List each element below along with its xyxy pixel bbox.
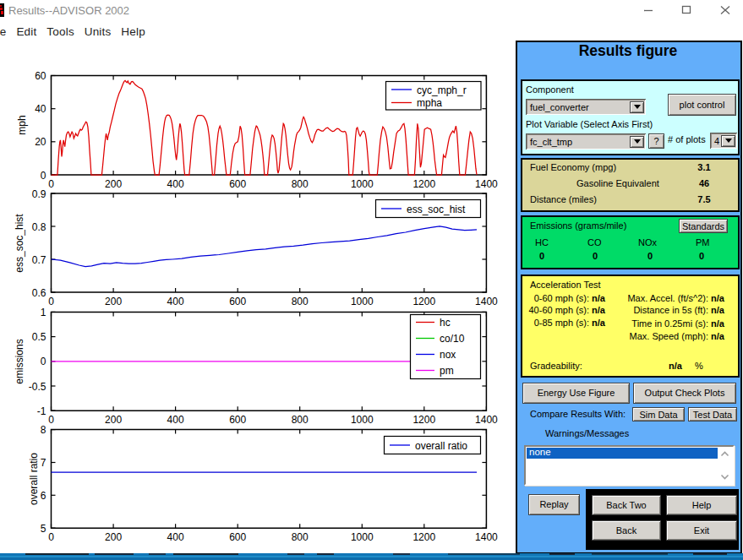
svg-text:mph: mph: [16, 115, 28, 134]
svg-text:200: 200: [105, 414, 122, 426]
svg-text:mpha: mpha: [417, 97, 442, 109]
svg-text:1400: 1400: [475, 531, 498, 543]
svg-text:8: 8: [41, 424, 46, 436]
svg-text:0: 0: [48, 296, 54, 307]
svg-text:600: 600: [229, 178, 246, 190]
svg-text:0: 0: [48, 178, 54, 190]
svg-text:20: 20: [35, 136, 46, 148]
svg-text:nox: nox: [440, 349, 456, 361]
svg-text:400: 400: [167, 414, 184, 426]
svg-text:1400: 1400: [475, 414, 498, 426]
svg-text:0: 0: [41, 356, 46, 367]
svg-text:600: 600: [229, 531, 246, 543]
svg-text:overall ratio: overall ratio: [28, 453, 40, 505]
svg-text:1200: 1200: [412, 414, 435, 426]
svg-text:1000: 1000: [351, 414, 374, 426]
svg-text:1000: 1000: [351, 296, 374, 307]
svg-text:ess_soc_hist: ess_soc_hist: [407, 204, 466, 215]
svg-text:-1: -1: [37, 405, 46, 417]
svg-text:0.6: 0.6: [32, 287, 46, 299]
svg-text:ess_soc_hist: ess_soc_hist: [14, 214, 25, 273]
svg-text:co/10: co/10: [440, 333, 465, 345]
svg-text:40: 40: [35, 103, 46, 115]
svg-text:-0.5: -0.5: [29, 381, 46, 393]
svg-text:pm: pm: [440, 365, 454, 377]
svg-text:0.9: 0.9: [32, 188, 46, 200]
svg-text:1000: 1000: [351, 178, 374, 190]
svg-text:60: 60: [35, 70, 46, 82]
svg-text:1200: 1200: [412, 296, 435, 307]
svg-text:emissions: emissions: [14, 339, 25, 383]
svg-text:800: 800: [292, 414, 309, 426]
svg-text:1400: 1400: [475, 296, 498, 307]
svg-text:7: 7: [41, 457, 46, 469]
svg-text:200: 200: [105, 531, 122, 543]
svg-text:0: 0: [48, 414, 54, 426]
svg-text:cyc_mph_r: cyc_mph_r: [417, 84, 467, 96]
svg-text:400: 400: [167, 531, 184, 543]
svg-text:400: 400: [167, 178, 184, 190]
svg-text:800: 800: [292, 296, 309, 307]
svg-text:800: 800: [292, 178, 309, 190]
svg-text:hc: hc: [440, 317, 451, 329]
svg-text:1: 1: [41, 307, 46, 318]
svg-text:5: 5: [41, 523, 46, 535]
svg-text:800: 800: [292, 531, 309, 543]
svg-text:400: 400: [167, 296, 184, 307]
svg-text:200: 200: [105, 296, 122, 307]
svg-text:0.5: 0.5: [32, 331, 46, 343]
svg-text:600: 600: [229, 296, 246, 307]
svg-text:600: 600: [229, 414, 246, 426]
svg-text:1200: 1200: [412, 178, 435, 190]
svg-text:0: 0: [41, 170, 46, 182]
svg-text:0: 0: [48, 531, 54, 543]
svg-text:200: 200: [105, 178, 122, 190]
svg-text:6: 6: [41, 490, 46, 502]
svg-text:1200: 1200: [412, 531, 435, 543]
svg-text:0.8: 0.8: [32, 221, 46, 233]
svg-text:1000: 1000: [351, 531, 374, 543]
svg-text:overall ratio: overall ratio: [415, 440, 467, 452]
svg-text:0.7: 0.7: [32, 254, 46, 266]
svg-text:1400: 1400: [475, 178, 498, 190]
